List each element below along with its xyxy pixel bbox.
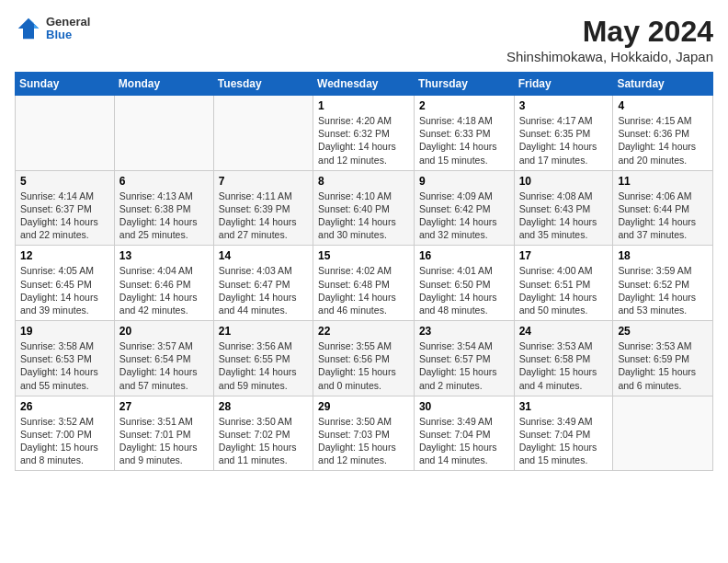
day-info: Sunrise: 4:17 AMSunset: 6:35 PMDaylight:… [519, 114, 609, 167]
day-info: Sunrise: 4:11 AMSunset: 6:39 PMDaylight:… [219, 190, 308, 242]
calendar-cell: 18Sunrise: 3:59 AMSunset: 6:52 PMDayligh… [613, 246, 713, 321]
calendar-header: SundayMondayTuesdayWednesdayThursdayFrid… [16, 73, 713, 96]
logo: General Blue [15, 15, 90, 42]
calendar-cell: 19Sunrise: 3:58 AMSunset: 6:53 PMDayligh… [16, 321, 115, 396]
calendar-cell: 9Sunrise: 4:09 AMSunset: 6:42 PMDaylight… [414, 170, 514, 246]
day-info: Sunrise: 4:18 AMSunset: 6:33 PMDaylight:… [419, 114, 509, 167]
title-area: May 2024 Shinshimokawa, Hokkaido, Japan [506, 15, 713, 64]
day-info: Sunrise: 3:59 AMSunset: 6:52 PMDaylight:… [618, 264, 708, 316]
calendar-cell: 10Sunrise: 4:08 AMSunset: 6:43 PMDayligh… [514, 170, 613, 246]
calendar-cell: 20Sunrise: 3:57 AMSunset: 6:54 PMDayligh… [114, 321, 213, 396]
day-info: Sunrise: 3:50 AMSunset: 7:02 PMDaylight:… [219, 415, 308, 467]
day-number: 15 [318, 249, 409, 262]
day-number: 10 [519, 175, 609, 188]
day-number: 3 [519, 99, 609, 112]
calendar-week-row: 5Sunrise: 4:14 AMSunset: 6:37 PMDaylight… [16, 170, 713, 246]
day-info: Sunrise: 4:03 AMSunset: 6:47 PMDaylight:… [219, 264, 308, 316]
day-info: Sunrise: 4:02 AMSunset: 6:48 PMDaylight:… [318, 264, 409, 316]
calendar-cell [613, 396, 713, 471]
day-info: Sunrise: 3:55 AMSunset: 6:56 PMDaylight:… [318, 339, 409, 392]
day-number: 16 [419, 249, 509, 262]
day-number: 21 [219, 325, 308, 338]
logo-blue-text: Blue [46, 29, 90, 41]
weekday-header: Thursday [414, 73, 514, 96]
day-number: 26 [20, 400, 109, 413]
calendar-cell [114, 96, 213, 171]
logo-general-text: General [46, 16, 90, 29]
day-info: Sunrise: 4:09 AMSunset: 6:42 PMDaylight:… [419, 190, 509, 242]
calendar-cell: 2Sunrise: 4:18 AMSunset: 6:33 PMDaylight… [414, 96, 514, 171]
day-info: Sunrise: 4:00 AMSunset: 6:51 PMDaylight:… [519, 264, 609, 316]
day-number: 1 [318, 99, 409, 112]
day-info: Sunrise: 4:15 AMSunset: 6:36 PMDaylight:… [618, 114, 708, 167]
logo-text: General Blue [46, 16, 90, 42]
day-number: 20 [119, 325, 209, 338]
day-number: 2 [419, 99, 509, 112]
day-info: Sunrise: 4:06 AMSunset: 6:44 PMDaylight:… [618, 190, 708, 242]
calendar-cell: 13Sunrise: 4:04 AMSunset: 6:46 PMDayligh… [114, 246, 213, 321]
day-number: 29 [318, 400, 409, 413]
day-info: Sunrise: 4:14 AMSunset: 6:37 PMDaylight:… [20, 190, 109, 242]
day-number: 8 [318, 175, 409, 188]
calendar-body: 1Sunrise: 4:20 AMSunset: 6:32 PMDaylight… [16, 96, 713, 471]
day-info: Sunrise: 3:49 AMSunset: 7:04 PMDaylight:… [419, 415, 509, 467]
calendar-week-row: 12Sunrise: 4:05 AMSunset: 6:45 PMDayligh… [16, 246, 713, 321]
day-info: Sunrise: 3:52 AMSunset: 7:00 PMDaylight:… [20, 415, 109, 467]
calendar-week-row: 19Sunrise: 3:58 AMSunset: 6:53 PMDayligh… [16, 321, 713, 396]
day-info: Sunrise: 3:56 AMSunset: 6:55 PMDaylight:… [219, 339, 308, 392]
calendar-cell [213, 96, 313, 171]
weekday-header: Saturday [613, 73, 713, 96]
day-number: 22 [318, 325, 409, 338]
calendar-cell: 15Sunrise: 4:02 AMSunset: 6:48 PMDayligh… [313, 246, 415, 321]
calendar-cell: 17Sunrise: 4:00 AMSunset: 6:51 PMDayligh… [514, 246, 613, 321]
calendar-cell: 23Sunrise: 3:54 AMSunset: 6:57 PMDayligh… [414, 321, 514, 396]
day-number: 23 [419, 325, 509, 338]
sub-title: Shinshimokawa, Hokkaido, Japan [506, 49, 713, 64]
day-info: Sunrise: 4:08 AMSunset: 6:43 PMDaylight:… [519, 190, 609, 242]
day-info: Sunrise: 3:54 AMSunset: 6:57 PMDaylight:… [419, 339, 509, 392]
day-number: 18 [618, 249, 708, 262]
day-info: Sunrise: 4:04 AMSunset: 6:46 PMDaylight:… [119, 264, 209, 316]
day-number: 19 [20, 325, 109, 338]
calendar-cell: 28Sunrise: 3:50 AMSunset: 7:02 PMDayligh… [213, 396, 313, 471]
calendar-cell: 11Sunrise: 4:06 AMSunset: 6:44 PMDayligh… [613, 170, 713, 246]
day-number: 9 [419, 175, 509, 188]
weekday-header: Sunday [16, 73, 115, 96]
main-title: May 2024 [506, 15, 713, 49]
page-header: General Blue May 2024 Shinshimokawa, Hok… [15, 15, 713, 64]
day-number: 6 [119, 175, 209, 188]
calendar-cell: 3Sunrise: 4:17 AMSunset: 6:35 PMDaylight… [514, 96, 613, 171]
calendar-cell: 14Sunrise: 4:03 AMSunset: 6:47 PMDayligh… [213, 246, 313, 321]
logo-icon [15, 15, 42, 42]
day-number: 28 [219, 400, 308, 413]
weekday-header: Friday [514, 73, 613, 96]
day-info: Sunrise: 3:51 AMSunset: 7:01 PMDaylight:… [119, 415, 209, 467]
weekday-header: Tuesday [213, 73, 313, 96]
calendar-cell: 7Sunrise: 4:11 AMSunset: 6:39 PMDaylight… [213, 170, 313, 246]
calendar-cell: 26Sunrise: 3:52 AMSunset: 7:00 PMDayligh… [16, 396, 115, 471]
day-info: Sunrise: 4:05 AMSunset: 6:45 PMDaylight:… [20, 264, 109, 316]
day-number: 11 [618, 175, 708, 188]
calendar-cell: 24Sunrise: 3:53 AMSunset: 6:58 PMDayligh… [514, 321, 613, 396]
calendar-cell: 16Sunrise: 4:01 AMSunset: 6:50 PMDayligh… [414, 246, 514, 321]
calendar-cell: 30Sunrise: 3:49 AMSunset: 7:04 PMDayligh… [414, 396, 514, 471]
weekday-header-row: SundayMondayTuesdayWednesdayThursdayFrid… [16, 73, 713, 96]
day-number: 14 [219, 249, 308, 262]
calendar-cell: 12Sunrise: 4:05 AMSunset: 6:45 PMDayligh… [16, 246, 115, 321]
day-info: Sunrise: 3:58 AMSunset: 6:53 PMDaylight:… [20, 339, 109, 392]
day-info: Sunrise: 4:20 AMSunset: 6:32 PMDaylight:… [318, 114, 409, 167]
calendar-cell: 4Sunrise: 4:15 AMSunset: 6:36 PMDaylight… [613, 96, 713, 171]
day-number: 7 [219, 175, 308, 188]
day-number: 4 [618, 99, 708, 112]
day-number: 5 [20, 175, 109, 188]
calendar-cell: 31Sunrise: 3:49 AMSunset: 7:04 PMDayligh… [514, 396, 613, 471]
calendar-week-row: 26Sunrise: 3:52 AMSunset: 7:00 PMDayligh… [16, 396, 713, 471]
day-info: Sunrise: 3:49 AMSunset: 7:04 PMDaylight:… [519, 415, 609, 467]
day-info: Sunrise: 4:01 AMSunset: 6:50 PMDaylight:… [419, 264, 509, 316]
day-info: Sunrise: 4:13 AMSunset: 6:38 PMDaylight:… [119, 190, 209, 242]
calendar-cell: 27Sunrise: 3:51 AMSunset: 7:01 PMDayligh… [114, 396, 213, 471]
calendar-cell: 5Sunrise: 4:14 AMSunset: 6:37 PMDaylight… [16, 170, 115, 246]
day-number: 31 [519, 400, 609, 413]
weekday-header: Wednesday [313, 73, 415, 96]
calendar-cell: 22Sunrise: 3:55 AMSunset: 6:56 PMDayligh… [313, 321, 415, 396]
